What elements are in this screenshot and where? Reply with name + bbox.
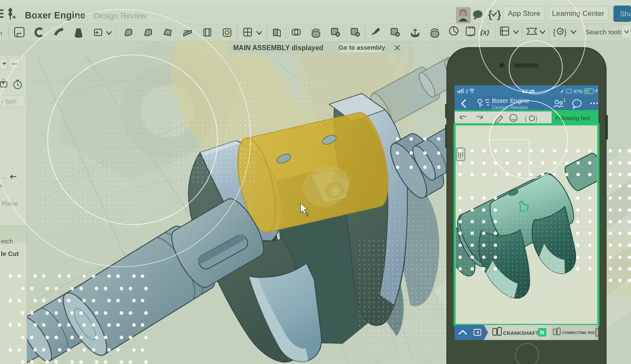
svg-text:}: }: [535, 115, 537, 122]
svg-text:{: {: [525, 115, 527, 122]
svg-text:(x): (x): [480, 28, 489, 36]
svg-text:Go to assembly: Go to assembly: [339, 44, 385, 51]
svg-text:n: n: [0, 30, 2, 37]
svg-text:CONNECTING ROD: CONNECTING ROD: [562, 331, 596, 335]
svg-text:Boxer Engine: Boxer Engine: [25, 10, 85, 21]
svg-text:MAIN ASSEMBLY displayed: MAIN ASSEMBLY displayed: [233, 44, 323, 51]
svg-text:le Cut: le Cut: [1, 250, 19, 257]
svg-text:Plane: Plane: [2, 200, 18, 207]
svg-text:}: }: [564, 27, 567, 36]
svg-text:...: ...: [2, 173, 6, 180]
svg-text:{: {: [488, 9, 492, 20]
svg-text:Sha: Sha: [620, 10, 631, 18]
svg-text:}: }: [497, 9, 501, 20]
svg-text:47%: 47%: [573, 89, 582, 94]
svg-text:Design Review: Design Review: [94, 11, 147, 20]
svg-text:Learning Center: Learning Center: [552, 9, 604, 18]
svg-text:etch: etch: [1, 238, 13, 245]
svg-text:App Store: App Store: [508, 9, 540, 18]
svg-text:3: 3: [465, 89, 468, 94]
svg-text:CRANKSHAFT: CRANKSHAFT: [503, 331, 539, 336]
svg-text:1: 1: [306, 211, 309, 217]
svg-text:{: {: [553, 27, 556, 36]
svg-text:r type: r type: [2, 98, 17, 105]
svg-text:1: 1: [563, 98, 566, 102]
svg-text:N: N: [540, 329, 544, 336]
